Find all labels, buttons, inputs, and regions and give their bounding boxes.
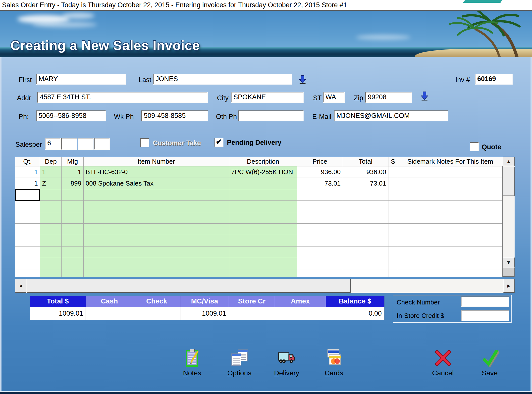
cancel-button[interactable]: Cancel xyxy=(424,348,462,381)
table-cell[interactable] xyxy=(388,212,398,224)
column-header[interactable]: Dep xyxy=(40,157,62,166)
table-cell[interactable]: 899 xyxy=(62,178,84,189)
save-button[interactable]: Save xyxy=(471,348,508,381)
table-cell[interactable] xyxy=(84,258,229,269)
table-cell[interactable]: 936.00 xyxy=(297,166,343,178)
scroll-left-icon[interactable]: ◄ xyxy=(15,279,26,293)
table-cell[interactable] xyxy=(388,166,398,178)
salesperson-box-4[interactable] xyxy=(94,138,110,150)
table-cell[interactable]: 1 xyxy=(15,166,40,178)
address-lookup-icon[interactable] xyxy=(420,91,429,100)
table-cell[interactable] xyxy=(229,201,297,212)
scrollbar-thumb[interactable] xyxy=(503,167,515,196)
table-cell[interactable] xyxy=(40,224,62,235)
table-cell[interactable] xyxy=(388,235,398,246)
salesperson-box-1[interactable]: 6 xyxy=(45,138,61,150)
table-cell[interactable] xyxy=(84,189,229,201)
table-cell[interactable] xyxy=(229,212,297,224)
table-cell[interactable] xyxy=(84,246,229,258)
table-cell[interactable] xyxy=(297,201,343,212)
delivery-button[interactable]: Delivery xyxy=(268,348,305,381)
items-horizontal-scrollbar[interactable]: ◄ ► xyxy=(15,279,515,293)
table-cell[interactable]: 1 xyxy=(62,166,84,178)
column-header[interactable]: Description xyxy=(229,157,297,166)
last-name-field[interactable]: JONES xyxy=(153,74,292,85)
table-cell[interactable] xyxy=(84,224,229,235)
column-header[interactable]: Mfg xyxy=(62,157,84,166)
address-field[interactable]: 4587 E 34TH ST. xyxy=(37,92,208,103)
scroll-down-icon[interactable]: ▼ xyxy=(503,257,515,267)
table-cell[interactable] xyxy=(62,224,84,235)
table-cell[interactable] xyxy=(343,189,388,201)
table-cell[interactable] xyxy=(84,269,229,277)
payment-value-cell[interactable]: 0.00 xyxy=(326,307,384,320)
table-cell[interactable] xyxy=(40,189,62,201)
table-cell[interactable] xyxy=(388,224,398,235)
table-cell[interactable] xyxy=(297,212,343,224)
table-cell[interactable] xyxy=(398,246,502,258)
table-cell[interactable] xyxy=(398,178,502,189)
table-cell[interactable] xyxy=(388,269,398,277)
column-header[interactable]: Total xyxy=(343,157,388,166)
table-cell[interactable] xyxy=(229,269,297,277)
table-cell[interactable] xyxy=(343,201,388,212)
table-cell[interactable] xyxy=(40,269,62,277)
work-phone-field[interactable]: 509-458-8585 xyxy=(141,110,208,121)
column-header[interactable]: Qt. xyxy=(15,157,40,166)
column-header[interactable]: Item Number xyxy=(84,157,229,166)
customer-lookup-icon[interactable] xyxy=(298,75,307,84)
table-cell[interactable] xyxy=(398,166,502,178)
check-number-field[interactable] xyxy=(461,296,509,307)
table-cell[interactable] xyxy=(297,189,343,201)
notes-button[interactable]: Notes xyxy=(173,348,211,381)
payment-value-cell[interactable]: 1009.01 xyxy=(30,307,86,320)
payment-value-cell[interactable]: 1009.01 xyxy=(180,307,229,320)
table-cell[interactable] xyxy=(398,258,502,269)
table-cell[interactable] xyxy=(388,258,398,269)
table-cell[interactable] xyxy=(343,269,388,277)
table-cell[interactable] xyxy=(343,224,388,235)
table-cell[interactable] xyxy=(84,212,229,224)
phone-field[interactable]: 5069--586-8958 xyxy=(36,110,106,121)
table-cell[interactable] xyxy=(229,235,297,246)
table-cell[interactable] xyxy=(62,269,84,277)
window-titlebar[interactable]: Sales Order Entry - Today is Thursday Oc… xyxy=(0,0,532,11)
scrollbar-thumb[interactable] xyxy=(27,279,351,293)
table-cell[interactable] xyxy=(297,224,343,235)
state-field[interactable]: WA xyxy=(323,92,345,103)
salesperson-box-3[interactable] xyxy=(78,138,94,150)
table-cell[interactable] xyxy=(84,201,229,212)
table-cell[interactable] xyxy=(15,212,40,224)
table-cell[interactable] xyxy=(15,235,40,246)
table-cell[interactable] xyxy=(398,235,502,246)
table-cell[interactable] xyxy=(398,212,502,224)
table-cell[interactable] xyxy=(398,201,502,212)
table-cell[interactable] xyxy=(15,258,40,269)
table-cell[interactable] xyxy=(388,178,398,189)
table-cell[interactable] xyxy=(297,246,343,258)
column-header[interactable]: Sidemark Notes For This Item xyxy=(398,157,503,166)
table-cell[interactable] xyxy=(297,235,343,246)
table-cell[interactable] xyxy=(62,246,84,258)
table-cell[interactable] xyxy=(229,189,297,201)
table-cell[interactable] xyxy=(229,258,297,269)
cards-button[interactable]: Cards xyxy=(315,348,353,381)
other-phone-field[interactable] xyxy=(238,110,304,121)
table-cell[interactable]: 936.00 xyxy=(343,166,388,178)
table-cell[interactable] xyxy=(297,269,343,277)
column-header[interactable]: S xyxy=(388,157,398,166)
zip-field[interactable]: 99208 xyxy=(365,92,412,103)
table-cell[interactable] xyxy=(343,258,388,269)
table-cell[interactable] xyxy=(40,235,62,246)
table-cell[interactable]: 73.01 xyxy=(297,178,343,189)
table-cell[interactable] xyxy=(40,212,62,224)
table-cell[interactable] xyxy=(343,246,388,258)
payment-value-cell[interactable] xyxy=(133,307,180,320)
column-header[interactable]: Price xyxy=(297,157,343,166)
salesperson-box-2[interactable] xyxy=(61,138,77,150)
options-button[interactable]: Options xyxy=(221,348,258,381)
table-cell[interactable] xyxy=(15,201,40,212)
table-cell[interactable] xyxy=(15,224,40,235)
table-cell[interactable]: 73.01 xyxy=(343,178,388,189)
table-cell[interactable] xyxy=(40,258,62,269)
